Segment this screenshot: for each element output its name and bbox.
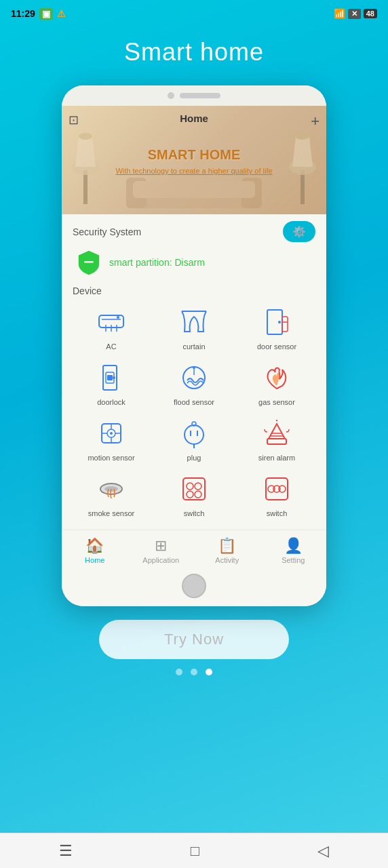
device-item-ac[interactable]: AC	[73, 304, 150, 351]
svg-point-48	[187, 491, 193, 498]
device-item-gas-sensor[interactable]: gas sensor	[238, 360, 315, 406]
status-right: 📶 ✕ 48	[334, 8, 377, 19]
smoke-sensor-label: smoke sensor	[88, 509, 134, 517]
svg-rect-4	[300, 170, 305, 204]
flood-sensor-icon	[176, 360, 212, 395]
phone-camera	[168, 92, 174, 99]
door-sensor-icon	[259, 304, 294, 340]
app-icon: ▣	[39, 8, 53, 20]
gas-sensor-icon	[259, 360, 294, 395]
banner-home-label: Home	[180, 113, 208, 124]
android-back-button[interactable]: ◁	[317, 842, 329, 860]
device-item-curtain[interactable]: curtain	[155, 304, 233, 351]
svg-point-18	[117, 316, 119, 319]
switch2-label: switch	[267, 509, 288, 517]
svg-marker-6	[292, 136, 313, 167]
svg-rect-26	[107, 375, 113, 380]
home-nav-label: Home	[85, 556, 104, 564]
application-nav-icon: ⊞	[155, 537, 167, 555]
dots-indicator	[0, 669, 388, 675]
switch2-icon	[259, 471, 294, 507]
plug-label: plug	[187, 454, 201, 462]
security-toggle-button[interactable]: ⚙️	[283, 221, 315, 242]
banner-text-block: SMART HOME With technology to create a h…	[115, 145, 272, 175]
device-item-switch2[interactable]: switch	[238, 471, 315, 517]
banner-nav-icon[interactable]: ⊡	[69, 113, 79, 127]
device-grid: AC curtain	[73, 304, 315, 517]
smoke-sensor-icon	[94, 471, 129, 507]
wifi-icon: 📶	[334, 8, 345, 19]
phone-mockup: ⊡ Home +	[62, 85, 326, 606]
application-nav-label: Application	[142, 556, 179, 564]
activity-nav-icon: 📋	[218, 537, 236, 555]
doorlock-icon	[94, 360, 129, 395]
svg-rect-50	[266, 478, 288, 500]
device-item-flood-sensor[interactable]: flood sensor	[155, 360, 233, 406]
nav-home[interactable]: 🏠 Home	[62, 537, 128, 564]
device-item-doorlock[interactable]: doorlock	[73, 360, 150, 406]
activity-nav-label: Activity	[215, 556, 239, 564]
device-item-switch1[interactable]: switch	[155, 471, 233, 517]
svg-rect-22	[282, 317, 288, 332]
siren-alarm-label: siren alarm	[258, 454, 295, 462]
flood-sensor-label: flood sensor	[174, 398, 214, 406]
device-item-motion-sensor[interactable]: motion sensor	[73, 416, 150, 462]
banner: ⊡ Home +	[62, 106, 326, 214]
try-now-button[interactable]: Try Now	[99, 620, 289, 659]
android-home-button[interactable]: □	[191, 842, 199, 860]
svg-point-21	[278, 321, 281, 323]
dot-3[interactable]	[206, 669, 212, 675]
status-bar: 11:29 ▣ ⚠ 📶 ✕ 48	[0, 0, 388, 24]
phone-home-circle[interactable]	[182, 574, 206, 598]
security-row: Security System ⚙️	[73, 221, 315, 242]
status-left: 11:29 ▣ ⚠	[11, 8, 66, 20]
gas-sensor-label: gas sensor	[258, 398, 295, 406]
device-item-door-sensor[interactable]: door sensor	[238, 304, 315, 351]
banner-title: SMART HOME	[115, 145, 272, 164]
couch-decor	[126, 171, 262, 214]
banner-add-button[interactable]: +	[311, 113, 319, 130]
svg-point-46	[187, 483, 193, 490]
motion-sensor-label: motion sensor	[88, 454, 134, 462]
siren-alarm-icon	[259, 416, 294, 451]
svg-point-33	[110, 432, 113, 435]
app-title: Smart home	[0, 38, 388, 66]
doorlock-label: doorlock	[97, 398, 125, 406]
nav-setting[interactable]: 👤 Setting	[260, 537, 327, 564]
android-nav-bar: ☰ □ ◁	[0, 833, 388, 868]
banner-subtitle: With technology to create a higher quali…	[115, 167, 272, 175]
svg-rect-12	[84, 261, 94, 263]
dot-1[interactable]	[176, 669, 182, 675]
security-status-text: smart partition: Disarm	[109, 257, 205, 268]
battery-indicator: 48	[364, 9, 377, 18]
motion-sensor-icon	[94, 416, 129, 451]
security-status-row: smart partition: Disarm	[73, 249, 315, 276]
android-menu-button[interactable]: ☰	[59, 842, 73, 860]
switch1-icon	[176, 471, 212, 507]
svg-point-3	[79, 133, 92, 140]
time: 11:29	[11, 8, 35, 19]
settings-icon: ⚙️	[292, 225, 306, 238]
setting-nav-label: Setting	[282, 556, 305, 564]
phone-content: Security System ⚙️ smart partition: Disa…	[62, 214, 326, 530]
phone-home-button-area	[62, 568, 326, 606]
switch1-label: switch	[184, 509, 205, 517]
nav-activity[interactable]: 📋 Activity	[194, 537, 260, 564]
device-item-smoke-sensor[interactable]: smoke sensor	[73, 471, 150, 517]
shield-icon	[75, 249, 102, 276]
ac-icon	[94, 304, 129, 340]
dot-2[interactable]	[191, 669, 197, 675]
svg-marker-2	[75, 136, 96, 167]
device-item-plug[interactable]: plug	[155, 416, 233, 462]
svg-point-34	[185, 425, 203, 444]
phone-top-bar	[62, 85, 326, 106]
nav-application[interactable]: ⊞ Application	[128, 537, 195, 564]
device-item-siren-alarm[interactable]: siren alarm	[238, 416, 315, 462]
svg-rect-0	[83, 170, 88, 204]
svg-rect-45	[183, 478, 205, 500]
device-section-label: Device	[73, 285, 315, 296]
svg-point-7	[296, 133, 309, 140]
svg-rect-40	[267, 439, 286, 444]
curtain-icon	[176, 304, 212, 340]
bottom-nav: 🏠 Home ⊞ Application 📋 Activity 👤 Settin…	[62, 530, 326, 568]
